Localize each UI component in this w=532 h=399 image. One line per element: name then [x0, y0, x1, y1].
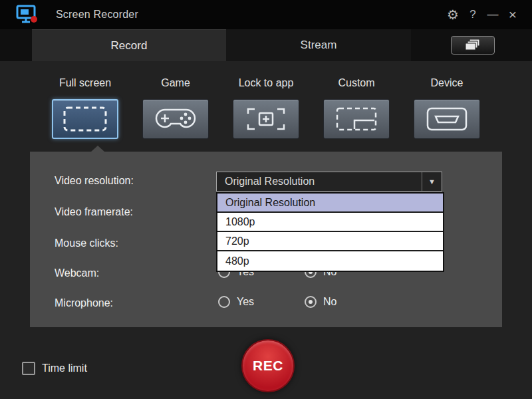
resolution-dropdown-value: Original Resolution	[225, 176, 315, 188]
mode-device-label: Device	[431, 77, 464, 90]
mode-fullscreen-label: Full screen	[59, 77, 111, 90]
settings-panel: Video resolution: Video framerate: Mouse…	[30, 152, 502, 327]
stacked-windows-icon	[464, 39, 481, 52]
mode-game-label: Game	[161, 77, 190, 90]
titlebar: Screen Recorder ⚙ ? — ×	[0, 0, 532, 29]
mode-device: Device	[414, 77, 480, 139]
help-icon[interactable]: ?	[463, 5, 483, 25]
dropdown-option-original[interactable]: Original Resolution	[217, 194, 443, 213]
mode-custom: Custom	[323, 77, 390, 139]
resolution-dropdown-list: Original Resolution 1080p 720p 480p	[216, 192, 444, 272]
mode-custom-label: Custom	[338, 77, 374, 90]
gamepad-icon	[154, 106, 197, 132]
mode-fullscreen-button[interactable]	[52, 99, 118, 139]
mode-lock-to-app-label: Lock to app	[239, 77, 294, 90]
webcam-label: Webcam:	[55, 267, 99, 281]
dropdown-option-1080p[interactable]: 1080p	[217, 213, 443, 232]
mode-device-button[interactable]	[414, 99, 480, 139]
microphone-no-radio[interactable]	[305, 296, 317, 308]
tab-record[interactable]: Record	[32, 29, 226, 61]
time-limit-label: Time limit	[42, 362, 87, 374]
mode-custom-button[interactable]	[323, 99, 390, 139]
mouse-clicks-label: Mouse clicks:	[55, 237, 118, 251]
tab-stream[interactable]: Stream	[226, 29, 411, 61]
mode-game-button[interactable]	[142, 99, 209, 139]
tab-bar: Record Stream	[0, 29, 532, 61]
microphone-label: Microphone:	[55, 297, 113, 311]
panel-notch	[91, 146, 104, 152]
mode-game: Game	[142, 77, 209, 139]
settings-gear-icon[interactable]: ⚙	[443, 5, 463, 25]
window-title: Screen Recorder	[56, 9, 138, 21]
record-button-label: REC	[253, 358, 283, 374]
device-connector-icon	[425, 106, 469, 132]
mode-lock-to-app: Lock to app	[233, 77, 299, 139]
microphone-yes-label: Yes	[237, 296, 254, 308]
mode-fullscreen: Full screen	[52, 77, 118, 139]
lock-to-app-icon	[245, 105, 287, 133]
screen-recorder-window: Screen Recorder ⚙ ? — × Record Stream Fu…	[0, 0, 532, 399]
video-framerate-label: Video framerate:	[55, 206, 133, 219]
microphone-no-label: No	[323, 296, 336, 308]
video-resolution-label: Video resolution:	[55, 175, 134, 188]
minimize-icon[interactable]: —	[483, 5, 503, 25]
microphone-yes-option[interactable]: Yes	[218, 296, 254, 308]
time-limit-checkbox[interactable]	[22, 362, 35, 375]
microphone-yes-radio[interactable]	[218, 296, 230, 308]
record-button[interactable]: REC	[241, 339, 295, 392]
titlebar-controls: ⚙ ? — ×	[443, 0, 523, 29]
capture-mode-selector: Full screen Game	[0, 77, 532, 139]
app-logo-icon	[16, 5, 39, 25]
stacked-windows-button[interactable]	[451, 36, 495, 55]
dropdown-option-480p[interactable]: 480p	[217, 251, 443, 271]
mode-lock-to-app-button[interactable]	[233, 99, 299, 139]
dropdown-option-720p[interactable]: 720p	[217, 232, 443, 251]
resolution-dropdown[interactable]: Original Resolution ▼	[216, 172, 442, 192]
custom-region-icon	[334, 105, 378, 133]
close-icon[interactable]: ×	[503, 5, 523, 25]
time-limit-option[interactable]: Time limit	[22, 362, 87, 375]
fullscreen-icon	[62, 104, 108, 134]
chevron-down-icon[interactable]: ▼	[422, 172, 442, 191]
microphone-no-option[interactable]: No	[305, 296, 336, 308]
